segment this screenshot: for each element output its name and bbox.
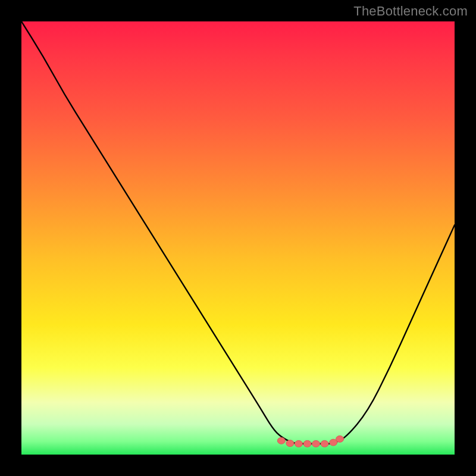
- optimal-marker: [295, 440, 302, 447]
- optimal-marker: [277, 437, 285, 444]
- optimal-marker: [312, 440, 320, 447]
- optimal-marker: [303, 440, 311, 447]
- watermark-text: TheBottleneck.com: [353, 4, 468, 19]
- plot-area: [21, 21, 455, 455]
- optimal-marker: [321, 440, 328, 447]
- optimal-markers: [277, 436, 343, 447]
- bottleneck-curve: [21, 21, 455, 444]
- chart-frame: TheBottleneck.com: [0, 0, 476, 476]
- optimal-marker: [336, 436, 344, 442]
- optimal-marker: [286, 440, 294, 447]
- curve-layer: [21, 21, 455, 455]
